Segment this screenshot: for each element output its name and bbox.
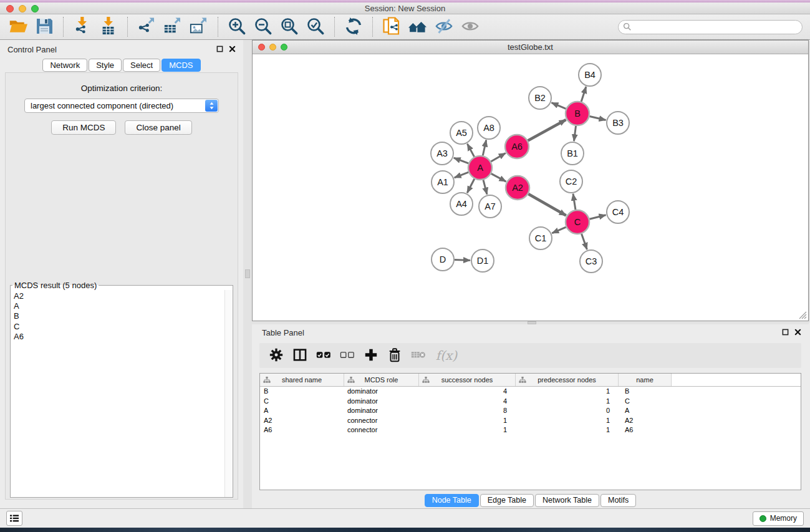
save-session-button[interactable] [31, 16, 57, 38]
resize-grip-icon[interactable] [799, 311, 807, 319]
result-item[interactable]: B [14, 311, 224, 321]
table-cell[interactable]: dominator [344, 406, 419, 416]
graph-node-A4[interactable]: A4 [450, 193, 473, 215]
table-cell[interactable]: 0 [516, 406, 619, 416]
vertical-splitter[interactable] [243, 40, 252, 508]
zoom-fit-button[interactable] [276, 16, 302, 38]
tab-mcds[interactable]: MCDS [162, 59, 200, 72]
graph-edge-A-A4[interactable] [467, 179, 475, 193]
optimization-dropdown[interactable]: largest connected component (directed) [24, 99, 219, 113]
table-cell[interactable]: connector [344, 416, 419, 426]
table-cell[interactable]: 1 [516, 425, 619, 435]
result-item[interactable]: A6 [14, 332, 224, 342]
table-cell[interactable]: connector [344, 425, 419, 435]
result-item[interactable]: C [14, 322, 224, 332]
home-button[interactable] [405, 16, 431, 38]
zoom-in-button[interactable] [224, 16, 250, 38]
table-cell[interactable]: dominator [344, 397, 419, 407]
refresh-button[interactable] [340, 16, 367, 38]
graph-edge-B-B2[interactable] [551, 103, 566, 109]
table-cell[interactable]: C [619, 397, 672, 407]
export-table-button[interactable] [160, 16, 186, 38]
close-panel-button[interactable]: Close panel [125, 120, 191, 135]
table-tab-network-table[interactable]: Network Table [535, 494, 599, 507]
graph-node-A5[interactable]: A5 [450, 122, 473, 144]
table-cell[interactable]: 1 [516, 387, 619, 397]
export-network-button[interactable] [133, 16, 160, 38]
graph-edge-A6-B[interactable] [528, 120, 566, 140]
table-tab-motifs[interactable]: Motifs [600, 494, 636, 507]
graph-node-B2[interactable]: B2 [529, 87, 551, 109]
show-columns-button[interactable] [288, 345, 312, 366]
table-row[interactable]: Bdominator41B [260, 387, 801, 397]
new-network-button[interactable] [378, 16, 405, 38]
run-mcds-button[interactable]: Run MCDS [51, 120, 116, 135]
table-cell[interactable]: A [260, 406, 344, 416]
float-table-panel-icon[interactable] [782, 328, 789, 337]
table-cell[interactable]: 4 [419, 387, 516, 397]
graph-edge-A-A1[interactable] [455, 172, 469, 178]
table-cell[interactable]: B [619, 387, 672, 397]
splitter-grip-h[interactable] [528, 321, 536, 324]
table-cell[interactable]: dominator [344, 387, 419, 397]
graph-node-B4[interactable]: B4 [579, 64, 601, 86]
graph-edge-A-A3[interactable] [454, 158, 469, 163]
result-scrollbar[interactable] [224, 290, 233, 497]
settings-gear-button[interactable] [264, 345, 288, 366]
graph-node-C4[interactable]: C4 [607, 201, 629, 223]
zoom-selected-button[interactable] [302, 16, 329, 38]
close-table-panel-icon[interactable] [794, 328, 801, 337]
column-header-shared-name[interactable]: shared name [260, 374, 344, 386]
close-panel-icon[interactable] [229, 45, 236, 54]
unselect-all-button[interactable] [335, 345, 359, 366]
graph-edge-D-D1[interactable] [455, 260, 470, 261]
graph-edge-A-A2[interactable] [491, 173, 506, 181]
graph-node-B1[interactable]: B1 [561, 142, 584, 165]
table-cell[interactable]: 1 [516, 397, 619, 407]
graph-node-A8[interactable]: A8 [478, 117, 500, 139]
column-header-successor-nodes[interactable]: successor nodes [419, 374, 516, 386]
graph-edge-A-A7[interactable] [483, 180, 487, 194]
tab-network[interactable]: Network [42, 59, 87, 72]
hide-graphics-button[interactable] [431, 16, 457, 38]
tab-style[interactable]: Style [89, 59, 122, 72]
task-history-button[interactable] [6, 511, 22, 526]
graph-edge-A-A6[interactable] [491, 153, 505, 162]
graph-node-A7[interactable]: A7 [479, 195, 501, 218]
graph-node-A2[interactable]: A2 [506, 176, 529, 200]
graph-node-B[interactable]: B [566, 102, 589, 125]
mcds-result-list[interactable]: A2ABCA6 [11, 290, 224, 497]
delete-rows-button[interactable] [383, 345, 407, 366]
graph-edge-C-C4[interactable] [589, 215, 605, 219]
tab-select[interactable]: Select [123, 59, 160, 72]
column-header-name[interactable]: name [619, 374, 672, 386]
export-image-button[interactable] [186, 16, 212, 38]
table-cell[interactable]: 1 [419, 425, 516, 435]
graph-edge-A2-C[interactable] [528, 194, 566, 216]
table-cell[interactable]: A2 [619, 416, 672, 426]
graph-node-D[interactable]: D [432, 248, 454, 271]
graph-edge-C-C2[interactable] [573, 194, 576, 210]
graph-node-A6[interactable]: A6 [505, 135, 529, 158]
import-table-button[interactable] [95, 16, 122, 38]
graph-node-C3[interactable]: C3 [580, 250, 602, 273]
table-tab-edge-table[interactable]: Edge Table [480, 494, 534, 507]
table-cell[interactable]: A [619, 406, 672, 416]
float-panel-icon[interactable] [216, 45, 223, 54]
add-row-button[interactable] [359, 345, 383, 366]
graph-node-B3[interactable]: B3 [607, 112, 629, 134]
table-cell[interactable]: 4 [419, 397, 516, 407]
select-all-button[interactable] [312, 345, 335, 366]
network-canvas[interactable]: B4B2BB3A5A8A6A3B1AA1C2A2A4A7C4CC1DD1C3 [253, 54, 808, 321]
search-input[interactable] [618, 20, 803, 34]
table-row[interactable]: A2connector11A2 [260, 416, 801, 426]
graph-node-A3[interactable]: A3 [431, 142, 453, 165]
graph-node-A1[interactable]: A1 [432, 171, 454, 193]
network-window-titlebar[interactable]: testGlobe.txt [253, 41, 808, 54]
table-cell[interactable]: 1 [516, 416, 619, 426]
zoom-out-button[interactable] [250, 16, 276, 38]
graph-edge-B-B1[interactable] [574, 126, 576, 141]
table-cell[interactable]: A6 [619, 425, 672, 435]
graph-node-C[interactable]: C [566, 210, 589, 234]
open-file-button[interactable] [5, 16, 31, 38]
